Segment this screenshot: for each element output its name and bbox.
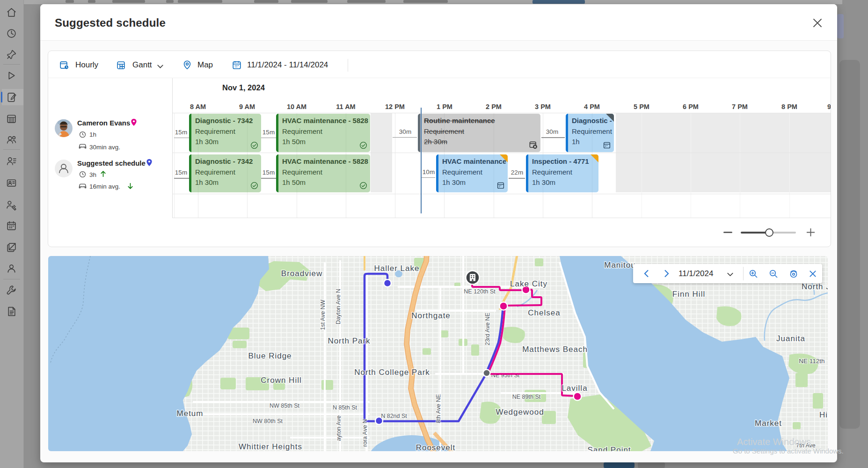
svg-text:Juanita: Juanita (776, 334, 805, 343)
svg-text:North Juanita: North Juanita (802, 282, 828, 291)
svg-text:NW 80th St: NW 80th St (253, 418, 283, 424)
svg-text:Matthews Beach: Matthews Beach (522, 345, 588, 354)
svg-text:High: High (819, 410, 828, 419)
svg-text:Wedgewood: Wedgewood (496, 408, 544, 417)
svg-text:Sand Point: Sand Point (587, 446, 631, 451)
svg-text:NE 120th St: NE 120th St (464, 288, 496, 295)
svg-text:Roosevelt: Roosevelt (416, 443, 456, 451)
svg-text:NW 85th St: NW 85th St (270, 402, 299, 409)
svg-text:NE 89th St: NE 89th St (512, 394, 541, 400)
svg-text:North College Park: North College Park (354, 368, 430, 377)
svg-text:8th Ave NE: 8th Ave NE (435, 394, 442, 423)
svg-text:rora Ave N: rora Ave N (362, 419, 368, 447)
svg-text:Dayton Ave N: Dayton Ave N (335, 289, 342, 324)
svg-text:Chelsea: Chelsea (528, 308, 560, 317)
svg-text:Lavilla: Lavilla (562, 384, 587, 393)
svg-text:ayton Ave: ayton Ave (336, 416, 342, 441)
svg-text:Northgate: Northgate (411, 311, 451, 320)
svg-text:Blue Ridge: Blue Ridge (248, 351, 292, 360)
svg-text:Finn Hill: Finn Hill (672, 290, 705, 299)
svg-text:Metum: Metum (177, 409, 204, 418)
svg-text:NE 112th: NE 112th (799, 358, 824, 365)
svg-text:Haller Lake: Haller Lake (374, 264, 420, 273)
svg-text:Market: Market (755, 419, 782, 428)
svg-text:Broadview: Broadview (281, 269, 322, 278)
svg-text:Lake City: Lake City (510, 279, 547, 288)
svg-text:Crown Hill: Crown Hill (261, 376, 301, 385)
svg-text:N 85th St: N 85th St (333, 404, 357, 411)
svg-text:Manitou: Manitou (604, 261, 635, 270)
svg-text:N 82nd St: N 82nd St (381, 413, 407, 419)
svg-text:North Park: North Park (328, 336, 370, 345)
svg-text:1st Ave NW: 1st Ave NW (320, 300, 326, 330)
svg-text:23rd Ave NE: 23rd Ave NE (484, 313, 491, 345)
svg-text:Whittier Heights: Whittier Heights (239, 442, 302, 451)
